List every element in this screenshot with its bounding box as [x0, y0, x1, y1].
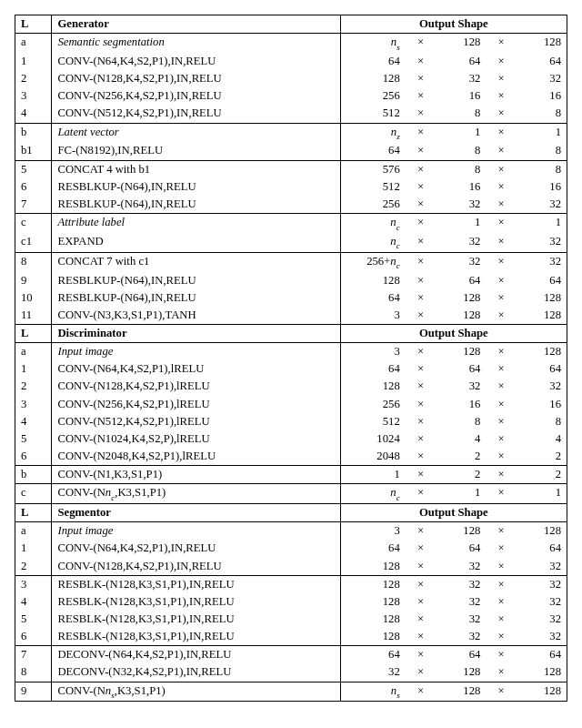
times-icon: ×	[486, 289, 516, 307]
times-icon: ×	[406, 178, 436, 196]
out-c: 512	[340, 413, 406, 430]
out-c: nz	[340, 123, 406, 142]
times-icon: ×	[486, 160, 516, 178]
layer-row: 4CONV-(N512,K4,S2,P1),lRELU512×8×8	[15, 413, 567, 430]
layer-id: 1	[15, 360, 52, 378]
layer-id: b1	[15, 142, 52, 160]
out-c: 512	[340, 105, 406, 123]
layer-desc: CONV-(N64,K4,S2,P1),lRELU	[52, 360, 340, 378]
out-h: 2	[436, 466, 486, 484]
col-L-head: L	[15, 504, 52, 522]
out-w: 1	[517, 213, 567, 232]
layer-row: aInput image3×128×128	[15, 343, 567, 361]
times-icon: ×	[406, 484, 436, 504]
layer-id: 10	[15, 289, 52, 307]
out-c: 128	[340, 575, 406, 593]
times-icon: ×	[406, 522, 436, 541]
arch-table: LGeneratorOutput ShapeaSemantic segmenta…	[15, 15, 567, 702]
times-icon: ×	[406, 196, 436, 214]
layer-row: 5RESBLK-(N128,K3,S1,P1),IN,RELU128×32×32	[15, 611, 567, 628]
layer-desc: RESBLKUP-(N64),IN,RELU	[52, 289, 340, 307]
out-c: 128	[340, 378, 406, 395]
layer-id: 8	[15, 252, 52, 271]
out-h: 64	[436, 53, 486, 70]
out-c: 2048	[340, 448, 406, 466]
out-c: 128	[340, 628, 406, 646]
times-icon: ×	[406, 70, 436, 87]
times-icon: ×	[406, 53, 436, 70]
layer-id: 5	[15, 430, 52, 448]
out-c: 32	[340, 663, 406, 682]
layer-desc: CONV-(N64,K4,S2,P1),IN,RELU	[52, 53, 340, 70]
layer-row: 7RESBLKUP-(N64),IN,RELU256×32×32	[15, 196, 567, 214]
out-c: 512	[340, 178, 406, 196]
out-h: 16	[436, 87, 486, 105]
out-w: 8	[517, 142, 567, 160]
out-c: 64	[340, 289, 406, 307]
times-icon: ×	[486, 142, 516, 160]
out-w: 2	[517, 448, 567, 466]
out-h: 128	[436, 682, 486, 702]
times-icon: ×	[406, 663, 436, 682]
out-c: ns	[340, 34, 406, 53]
out-w: 128	[517, 343, 567, 361]
layer-row: 4RESBLK-(N128,K3,S1,P1),IN,RELU128×32×32	[15, 593, 567, 611]
out-h: 1	[436, 123, 486, 142]
times-icon: ×	[486, 360, 516, 378]
times-icon: ×	[486, 593, 516, 611]
layer-id: 5	[15, 611, 52, 628]
layer-row: b1FC-(N8192),IN,RELU64×8×8	[15, 142, 567, 160]
times-icon: ×	[406, 466, 436, 484]
layer-desc: FC-(N8192),IN,RELU	[52, 142, 340, 160]
times-icon: ×	[486, 34, 516, 53]
times-icon: ×	[406, 540, 436, 557]
times-icon: ×	[406, 105, 436, 123]
layer-id: a	[15, 343, 52, 361]
out-w: 128	[517, 522, 567, 541]
out-h: 32	[436, 575, 486, 593]
layer-desc: Input image	[52, 522, 340, 541]
times-icon: ×	[406, 575, 436, 593]
times-icon: ×	[486, 466, 516, 484]
out-w: 16	[517, 396, 567, 413]
layer-id: c	[15, 484, 52, 504]
out-h: 16	[436, 396, 486, 413]
times-icon: ×	[406, 682, 436, 702]
out-h: 64	[436, 646, 486, 664]
layer-id: 9	[15, 272, 52, 289]
out-c: 128	[340, 272, 406, 289]
layer-id: 2	[15, 70, 52, 87]
layer-row: bCONV-(N1,K3,S1,P1)1×2×2	[15, 466, 567, 484]
section-header-row: LDiscriminatorOutput Shape	[15, 324, 567, 342]
out-h: 32	[436, 196, 486, 214]
out-c: 3	[340, 307, 406, 325]
times-icon: ×	[486, 430, 516, 448]
layer-desc: CONV-(Nns,K3,S1,P1)	[52, 682, 340, 702]
out-w: 32	[517, 233, 567, 252]
times-icon: ×	[486, 448, 516, 466]
layer-row: 3CONV-(N256,K4,S2,P1),lRELU256×16×16	[15, 396, 567, 413]
times-icon: ×	[406, 396, 436, 413]
times-icon: ×	[406, 360, 436, 378]
layer-desc: CONV-(Nnc,K3,S1,P1)	[52, 484, 340, 504]
out-h: 1	[436, 484, 486, 504]
layer-id: 4	[15, 105, 52, 123]
layer-row: c1EXPANDnc×32×32	[15, 233, 567, 252]
layer-desc: CONV-(N256,K4,S2,P1),lRELU	[52, 396, 340, 413]
section-header-row: LSegmentorOutput Shape	[15, 504, 567, 522]
layer-row: bLatent vectornz×1×1	[15, 123, 567, 142]
out-w: 128	[517, 307, 567, 325]
times-icon: ×	[406, 160, 436, 178]
out-w: 2	[517, 466, 567, 484]
layer-row: 3CONV-(N256,K4,S2,P1),IN,RELU256×16×16	[15, 87, 567, 105]
layer-id: 3	[15, 575, 52, 593]
times-icon: ×	[406, 413, 436, 430]
layer-row: 10RESBLKUP-(N64),IN,RELU64×128×128	[15, 289, 567, 307]
layer-id: 6	[15, 448, 52, 466]
times-icon: ×	[486, 663, 516, 682]
times-icon: ×	[486, 628, 516, 646]
layer-desc: DECONV-(N64,K4,S2,P1),IN,RELU	[52, 646, 340, 664]
layer-id: a	[15, 522, 52, 541]
layer-row: 4CONV-(N512,K4,S2,P1),IN,RELU512×8×8	[15, 105, 567, 123]
times-icon: ×	[486, 272, 516, 289]
